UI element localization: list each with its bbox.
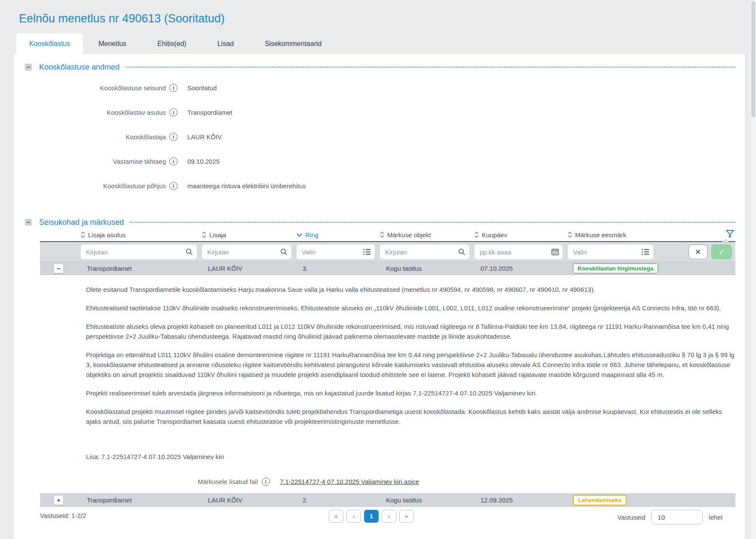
expand-row-button[interactable]: + (54, 495, 64, 505)
pagination-next-button[interactable]: › (382, 510, 396, 523)
section-dotted-divider (130, 222, 735, 223)
column-header-markuse-eesmark[interactable]: Märkuse eesmärk (568, 231, 735, 239)
pagination-page-1-button[interactable]: 1 (364, 510, 379, 523)
remark-paragraph: Ehitusteatiseid taotletakse 110kV õhulii… (86, 303, 735, 313)
pagination: « ‹ 1 › » (329, 510, 414, 523)
status-badge-lahendamiseks: Lahendamiseks (573, 495, 627, 505)
sort-icon (81, 232, 85, 238)
field-label: Kooskõlastuse põhjus (103, 182, 166, 190)
column-header-lisaja[interactable]: Lisaja (202, 231, 297, 239)
cell-kuupaev: 07.10.2025 (474, 265, 568, 272)
filter-row-notch (722, 239, 729, 242)
field-kooskolastaja: Kooskõlastajai LAUR KÕIV (25, 125, 745, 149)
list-icon (363, 249, 371, 255)
table-header-row: Lisaja asutus Lisaja Ring Märkuse objekt… (40, 228, 735, 242)
column-header-kuupaev[interactable]: Kuupäev (474, 231, 568, 239)
cell-markuse-objekt: Kogu taotlus (380, 496, 474, 504)
cell-ring: 2. (297, 496, 380, 504)
remarks-table: Lisaja asutus Lisaja Ring Märkuse objekt… (40, 228, 735, 527)
info-icon[interactable]: i (169, 133, 178, 141)
field-label: Kooskõlastaja (126, 133, 166, 141)
pagination-last-button[interactable]: » (399, 510, 414, 523)
filter-lisaja-input[interactable] (202, 245, 291, 259)
column-header-ring[interactable]: Ring (297, 231, 380, 239)
vertical-scrollbar[interactable] (750, 0, 756, 539)
procedure-page: Eelnõu menetlus nr 490613 (Sooritatud) K… (0, 0, 756, 539)
section-dotted-divider (125, 67, 735, 67)
details-fields: Kooskõlastuse seisundi Sooritatud Kooskõ… (25, 76, 745, 198)
field-seisund: Kooskõlastuse seisundi Sooritatud (25, 76, 745, 100)
page-size-control: Vastuseid 10 lehel (618, 510, 722, 524)
filter-markuse-objekt (380, 245, 469, 259)
sort-desc-icon (297, 233, 302, 237)
remark-expanded-content: Olete esitanud Transpordiametile kooskõl… (40, 275, 735, 493)
column-header-markuse-objekt[interactable]: Märkuse objekt (380, 231, 474, 239)
sort-icon (202, 232, 206, 238)
filter-kuupaev (474, 245, 563, 259)
tab-bar: Kooskõlastus Menetlus Ehitis(ed) Lisad S… (16, 34, 337, 54)
remarks-section-header: − Seisukohad ja märkused (25, 218, 735, 227)
cell-lisaja-asutus: Transpordiamet (81, 496, 202, 504)
field-asutus: Kooskõlastav asutusi Transpordiamet (25, 100, 745, 125)
info-icon[interactable]: i (169, 157, 178, 165)
tab-ehitised[interactable]: Ehitis(ed) (142, 34, 202, 54)
table-row-2[interactable]: + Transpordiamet LAUR KÕIV 2. Kogu taotl… (40, 493, 735, 507)
field-label: Kooskõlastav asutus (107, 109, 166, 116)
filter-lisaja-asutus-input[interactable] (81, 245, 197, 259)
table-row-1[interactable]: − Transpordiamet LAUR KÕIV 3. Kogu taotl… (40, 262, 735, 275)
collapse-row-button[interactable]: − (54, 263, 64, 273)
table-footer: Vastuseid: 1-2/2 « ‹ 1 › » Vastuseid 10 … (40, 510, 735, 527)
info-icon[interactable]: i (169, 182, 178, 190)
cell-lisaja: LAUR KÕIV (202, 496, 297, 504)
attachment-file-link[interactable]: 7.1-22514727-4 07.10.2025 Valjaminev kir… (280, 478, 419, 485)
field-value: Sooritatud (187, 84, 217, 92)
page-size-label-after: lehel (709, 514, 722, 521)
filter-lisaja (202, 245, 291, 259)
cell-markuse-objekt: Kogu taotlus (380, 265, 474, 272)
page-size-label-before: Vastuseid (618, 514, 646, 521)
tab-kooskolastus[interactable]: Kooskõlastus (16, 34, 83, 54)
collapse-details-button[interactable]: − (25, 64, 32, 70)
tab-lisad[interactable]: Lisad (202, 34, 249, 54)
filter-ring (297, 245, 375, 259)
info-icon[interactable]: i (169, 84, 178, 92)
filter-markuse-objekt-input[interactable] (380, 245, 469, 259)
remark-paragraph: Kooskõlastatud projekti muutmisel riigit… (86, 407, 735, 426)
cell-lisaja: LAUR KÕIV (202, 265, 297, 272)
tab-sisekommentaarid[interactable]: Sisekommentaarid (249, 34, 337, 54)
cell-ring: 3. (297, 265, 380, 272)
remark-paragraph: Projekti realiseerimisel tuleb arvestada… (86, 388, 735, 398)
collapse-remarks-button[interactable]: − (25, 219, 32, 226)
result-count: Vastuseid: 1-2/2 (40, 510, 86, 519)
pagination-prev-button[interactable]: ‹ (346, 510, 361, 523)
list-icon (642, 249, 649, 255)
details-section-title: Kooskõlastuse andmed (39, 63, 119, 72)
status-badge-kooskolastan: Kooskõlastan tingimustega (573, 263, 658, 273)
tab-menetlus[interactable]: Menetlus (83, 34, 142, 54)
column-header-lisaja-asutus[interactable]: Lisaja asutus (81, 231, 202, 239)
scrollbar-thumb[interactable] (751, 1, 755, 117)
info-icon[interactable]: i (169, 108, 178, 116)
field-value: Transpordiamet (187, 109, 233, 116)
sort-icon (380, 232, 384, 238)
search-icon (280, 248, 288, 256)
attachment-label: Märkusele lisatud fail (86, 478, 258, 485)
table-filter-row: ✕ ✓ (40, 242, 735, 262)
search-icon (186, 248, 193, 256)
filter-markuse-eesmark (568, 245, 653, 259)
filter-kuupaev-input[interactable] (474, 245, 563, 259)
page-size-select[interactable]: 10 (651, 510, 703, 524)
search-icon (458, 248, 465, 256)
filter-apply-button[interactable]: ✓ (711, 245, 732, 259)
field-value: LAUR KÕIV (187, 133, 222, 141)
field-value: maanteega ristuva elektriliini ümberehit… (187, 182, 306, 190)
pagination-first-button[interactable]: « (329, 510, 343, 523)
filter-markuse-eesmark-select[interactable] (568, 245, 653, 259)
filter-clear-button[interactable]: ✕ (689, 245, 707, 259)
remark-paragraph: Ehitusteatiste aluseks oleva projekti ko… (86, 322, 735, 341)
calendar-icon (551, 248, 559, 256)
filter-funnel-icon[interactable] (725, 229, 735, 238)
remark-paragraph: Projektiga on ettenähtud L011 110kV õhul… (86, 350, 735, 380)
field-value: 09.10.2025 (187, 158, 220, 165)
info-icon[interactable]: i (262, 478, 270, 486)
